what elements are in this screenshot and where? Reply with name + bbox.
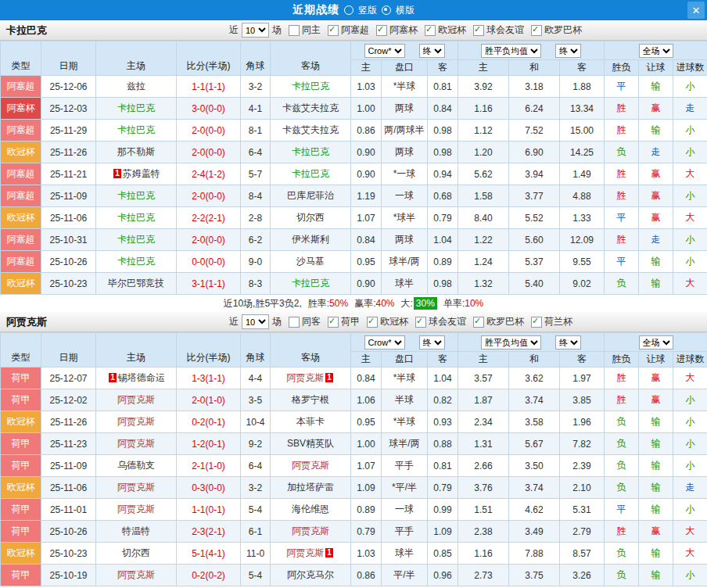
home-team-cell[interactable]: 卡拉巴克	[96, 120, 177, 142]
away-team-cell[interactable]: 阿尔克马尔	[271, 565, 351, 586]
away-team-cell[interactable]: 卡拉巴克	[271, 76, 351, 98]
horizontal-layout-label[interactable]: 横版	[396, 4, 415, 17]
home-team-cell[interactable]: 毕尔巴鄂竞技	[96, 273, 177, 295]
scope-select[interactable]: 全场	[639, 44, 673, 58]
home-team-cell[interactable]: 阿贾克斯	[96, 499, 177, 521]
home-team-cell[interactable]: 卡拉巴克	[96, 185, 177, 207]
score-cell[interactable]: 2-0(0-0)	[177, 185, 241, 207]
same-venue-checkbox[interactable]: 同客	[289, 315, 321, 328]
away-team-cell[interactable]: 加拉塔萨雷	[271, 477, 351, 499]
home-team-cell[interactable]: 阿贾克斯	[96, 433, 177, 455]
away-team-cell[interactable]: 卡拉巴克	[271, 273, 351, 295]
home-team-cell[interactable]: 阿贾克斯	[96, 565, 177, 586]
bookmaker-select[interactable]: Crow*	[364, 44, 405, 58]
home-team-cell[interactable]: 阿贾克斯	[96, 411, 177, 433]
league-checkbox[interactable]: 欧罗巴杯	[531, 23, 582, 37]
checked-checkbox-icon[interactable]	[531, 25, 542, 36]
checked-checkbox-icon[interactable]	[415, 317, 426, 328]
home-team-cell[interactable]: 1锡塔德命运	[96, 368, 177, 389]
league-checkbox[interactable]: 球会友谊	[415, 315, 466, 328]
score-cell[interactable]: 3-1(1-1)	[177, 273, 241, 295]
score-cell[interactable]: 2-0(0-0)	[177, 120, 241, 142]
score-cell[interactable]: 2-0(0-0)	[177, 142, 241, 163]
home-team-cell[interactable]: 特温特	[96, 521, 177, 543]
europe-mean-select[interactable]: 胜平负均值	[481, 335, 541, 350]
score-cell[interactable]: 1-2(0-1)	[177, 433, 241, 455]
match-count-select[interactable]: 10	[242, 23, 269, 38]
score-cell[interactable]: 0-2(0-2)	[177, 565, 241, 586]
score-cell[interactable]: 5-1(4-1)	[177, 543, 241, 565]
same-venue-checkbox[interactable]: 同主	[289, 23, 321, 37]
away-team-cell[interactable]: 卡拉巴克	[271, 142, 351, 163]
checked-checkbox-icon[interactable]	[531, 317, 542, 328]
score-cell[interactable]: 1-1(1-1)	[177, 76, 241, 98]
away-team-cell[interactable]: 卡拉巴克	[271, 163, 351, 185]
europe-final-select[interactable]: 终	[555, 335, 581, 350]
league-checkbox[interactable]: 荷甲	[328, 315, 360, 328]
asia-final-select[interactable]: 终	[419, 335, 445, 350]
league-checkbox[interactable]: 阿塞超	[328, 23, 369, 37]
checked-checkbox-icon[interactable]	[328, 317, 339, 328]
scope-select[interactable]: 全场	[639, 335, 673, 350]
score-cell[interactable]: 2-1(1-0)	[177, 455, 241, 477]
checked-checkbox-icon[interactable]	[473, 317, 484, 328]
score-cell[interactable]: 2-0(0-0)	[177, 229, 241, 251]
away-team-cell[interactable]: 海伦维恩	[271, 499, 351, 521]
league-checkbox[interactable]: 球会友谊	[473, 23, 524, 37]
checked-checkbox-icon[interactable]	[473, 25, 484, 36]
home-team-cell[interactable]: 那不勒斯	[96, 142, 177, 163]
away-team-cell[interactable]: 切尔西	[271, 207, 351, 229]
close-icon[interactable]: ✕	[687, 2, 705, 19]
home-team-cell[interactable]: 卡拉巴克	[96, 229, 177, 251]
league-checkbox[interactable]: 欧罗巴杯	[473, 315, 524, 328]
bookmaker-select[interactable]: Crow*	[364, 335, 405, 350]
league-checkbox[interactable]: 阿塞杯	[376, 23, 418, 37]
europe-final-select[interactable]: 终	[555, 44, 581, 58]
score-cell[interactable]: 2-0(1-0)	[177, 389, 241, 411]
home-team-cell[interactable]: 卡拉巴克	[96, 98, 177, 120]
checked-checkbox-icon[interactable]	[328, 25, 339, 36]
away-team-cell[interactable]: 沙马基	[271, 251, 351, 273]
league-checkbox[interactable]: 欧冠杯	[425, 23, 466, 37]
away-team-cell[interactable]: 本菲卡	[271, 411, 351, 433]
score-cell[interactable]: 2-4(1-2)	[177, 163, 241, 185]
away-team-cell[interactable]: 阿贾克斯	[271, 521, 351, 543]
score-cell[interactable]: 0-0(0-0)	[177, 251, 241, 273]
checked-checkbox-icon[interactable]	[425, 25, 436, 36]
away-team-cell[interactable]: 阿贾克斯1	[271, 543, 351, 565]
score-cell[interactable]: 1-3(1-1)	[177, 368, 241, 389]
checked-checkbox-icon[interactable]	[367, 317, 378, 328]
league-checkbox[interactable]: 荷兰杯	[531, 315, 572, 328]
away-team-cell[interactable]: 巴库尼菲治	[271, 185, 351, 207]
vertical-layout-radio[interactable]	[344, 5, 354, 15]
unchecked-checkbox-icon[interactable]	[289, 317, 300, 328]
away-team-cell[interactable]: 卡兹艾夫拉克	[271, 98, 351, 120]
europe-mean-select[interactable]: 胜平负均值	[481, 44, 541, 58]
vertical-layout-label[interactable]: 竖版	[358, 4, 377, 17]
away-team-cell[interactable]: 伊米斯利	[271, 229, 351, 251]
league-checkbox[interactable]: 欧冠杯	[367, 315, 408, 328]
home-team-cell[interactable]: 阿贾克斯	[96, 477, 177, 499]
away-team-cell[interactable]: 卡兹艾夫拉克	[271, 120, 351, 142]
score-cell[interactable]: 3-0(0-0)	[177, 98, 241, 120]
checked-checkbox-icon[interactable]	[376, 25, 387, 36]
home-team-cell[interactable]: 乌德勒支	[96, 455, 177, 477]
score-cell[interactable]: 1-1(0-1)	[177, 499, 241, 521]
home-team-cell[interactable]: 切尔西	[96, 543, 177, 565]
score-cell[interactable]: 2-3(2-1)	[177, 521, 241, 543]
score-cell[interactable]: 2-2(2-1)	[177, 207, 241, 229]
match-count-select[interactable]: 10	[242, 314, 269, 329]
unchecked-checkbox-icon[interactable]	[289, 25, 300, 36]
score-cell[interactable]: 0-2(0-1)	[177, 411, 241, 433]
home-team-cell[interactable]: 1苏姆盖特	[96, 163, 177, 185]
away-team-cell[interactable]: SBV精英队	[271, 433, 351, 455]
home-team-cell[interactable]: 卡拉巴克	[96, 207, 177, 229]
away-team-cell[interactable]: 格罗宁根	[271, 389, 351, 411]
away-team-cell[interactable]: 阿贾克斯	[271, 455, 351, 477]
home-team-cell[interactable]: 阿贾克斯	[96, 389, 177, 411]
home-team-cell[interactable]: 卡拉巴克	[96, 251, 177, 273]
horizontal-layout-radio[interactable]	[382, 5, 391, 15]
score-cell[interactable]: 0-3(0-0)	[177, 477, 241, 499]
asia-final-select[interactable]: 终	[419, 44, 445, 58]
home-team-cell[interactable]: 兹拉	[96, 76, 177, 98]
